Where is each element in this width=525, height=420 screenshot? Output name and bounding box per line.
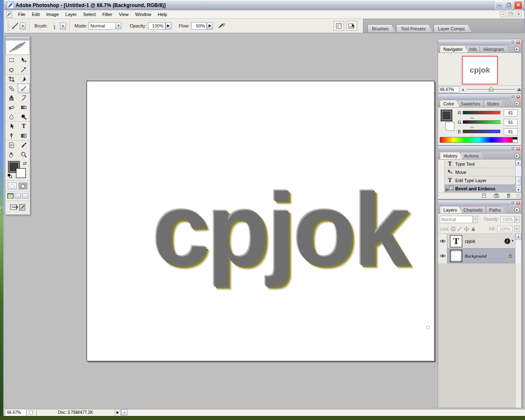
well-tab-layer-comps[interactable]: Layer Comps [434,24,472,33]
delete-state-icon[interactable] [506,193,511,199]
lock-all-icon[interactable] [471,226,476,232]
blur-tool[interactable] [5,112,18,121]
eyedropper-tool[interactable] [18,140,30,150]
menu-layer[interactable]: Layer [62,11,80,18]
notes-tool[interactable] [5,140,18,150]
menu-filter[interactable]: Filter [99,11,115,18]
lock-transparency-icon[interactable] [451,227,455,231]
menu-view[interactable]: View [116,11,132,18]
layer-thumbnail[interactable] [450,250,462,262]
history-source-checkbox[interactable] [438,160,445,168]
history-source-checkbox[interactable] [438,185,445,193]
layers-title-bar[interactable]: – ✕ [438,200,521,205]
blend-mode-select[interactable]: Normal [440,216,473,223]
layer-visibility-toggle[interactable] [438,234,447,249]
blue-value-field[interactable]: 61 [504,128,518,135]
swap-colors-icon[interactable]: ⇄ [23,161,27,166]
opacity-spinner[interactable]: ▶ [515,216,520,223]
tab-color[interactable]: Color [440,100,459,107]
doc-minimize-button[interactable]: – [500,11,506,17]
color-spectrum-ramp[interactable] [440,137,518,143]
menu-file[interactable]: File [15,11,29,18]
layer-name[interactable]: Background [465,253,508,258]
red-value-field[interactable]: 61 [504,110,518,116]
minimize-button[interactable]: – [495,1,504,9]
scroll-thumb[interactable] [516,176,521,185]
new-snapshot-icon[interactable] [493,193,500,199]
navigator-zoom-field[interactable]: 66.67% [439,87,459,93]
dodge-tool[interactable] [18,112,30,121]
tab-history[interactable]: History [440,152,463,159]
flow-field[interactable]: 50% [191,22,207,30]
palette-close-button[interactable]: ✕ [516,201,520,205]
color-foreground-swatch[interactable] [441,110,452,121]
status-page-icon[interactable] [26,409,36,416]
menu-window[interactable]: Window [132,11,155,18]
green-value-field[interactable]: 61 [504,119,518,126]
crop-tool[interactable] [5,74,18,84]
imageready-button[interactable] [347,21,357,31]
tab-histogram[interactable]: Histogram [479,45,509,52]
jump-to-imageready-button[interactable] [5,201,30,215]
mode-select[interactable]: Normal ▼ [89,22,121,30]
options-grip[interactable] [7,21,9,31]
title-bar[interactable]: Adobe Photoshop - [Untitled-1 @ 66.7% (B… [4,0,524,10]
layer-name[interactable]: cpjok [465,239,504,244]
brush-preview[interactable]: · 1 [49,23,60,30]
navigator-zoom-slider[interactable] [467,89,515,90]
layers-scrollbar[interactable]: ▲ [515,234,521,263]
menu-edit[interactable]: Edit [29,11,43,18]
hand-tool[interactable] [5,150,18,159]
green-slider[interactable] [463,120,500,124]
default-colors-icon[interactable] [8,174,12,178]
lock-paint-icon[interactable] [457,226,462,232]
blue-slider[interactable] [463,130,500,133]
horizontal-scrollbar[interactable]: ◀ [121,409,525,416]
tab-info[interactable]: Info [466,45,482,52]
status-menu-arrow[interactable]: ▶ [115,409,121,416]
blue-slider-thumb[interactable] [470,134,474,137]
history-brush-tool[interactable] [18,93,30,103]
blend-dropdown-arrow[interactable]: ▼ [473,216,478,223]
red-slider-thumb[interactable] [470,115,474,118]
history-item-bevel-and-emboss[interactable]: ▷ Bevel and Emboss [438,185,516,193]
history-item-move[interactable]: Move [438,168,516,176]
clone-stamp-tool[interactable] [5,93,18,103]
slice-tool[interactable] [18,74,30,84]
well-tab-brushes[interactable]: Brushes [368,24,395,33]
type-tool[interactable]: T [18,121,30,131]
move-tool[interactable] [18,55,30,65]
gradient-tool[interactable] [18,103,30,112]
tab-styles[interactable]: Styles [483,100,504,107]
standard-screen-mode-button[interactable] [7,193,14,199]
rectangular-marquee-tool[interactable] [5,55,18,65]
layer-row-background[interactable]: Background [438,249,516,263]
lasso-tool[interactable] [5,65,18,74]
layer-style-expand-arrow[interactable]: ▼ [511,239,514,243]
zoom-slider-thumb[interactable] [489,87,493,91]
layer-fill-field[interactable]: 100% [497,226,513,232]
maximize-button[interactable]: ❐ [504,1,513,9]
tab-swatches[interactable]: Swatches [457,100,486,107]
airbrush-toggle-icon[interactable] [216,22,226,30]
zoom-tool[interactable] [18,150,30,159]
history-source-checkbox[interactable] [438,176,445,185]
new-document-from-state-icon[interactable] [481,193,487,199]
status-zoom-field[interactable]: 66.67% [5,409,26,416]
healing-brush-tool[interactable] [5,84,18,93]
tab-layers[interactable]: Layers [440,206,462,213]
pen-tool[interactable] [5,131,18,140]
navigator-title-bar[interactable]: – ✕ [438,39,521,45]
full-screen-menubar-mode-button[interactable] [15,193,21,199]
doc-close-button[interactable]: ✕ [516,11,522,17]
standard-mode-button[interactable] [8,183,17,189]
lock-position-icon[interactable] [464,226,469,232]
menu-help[interactable]: Help [155,11,171,18]
opacity-field[interactable]: 100% [148,22,165,30]
resize-grip[interactable] [516,194,521,199]
history-scrollbar[interactable]: ▲ ▼ [515,160,521,193]
history-item-type-tool[interactable]: T Type Tool [438,160,516,168]
zoom-out-icon[interactable] [462,89,464,91]
navigator-proxy-view[interactable]: cpjok [462,56,498,84]
scroll-up-button[interactable]: ▲ [516,160,521,166]
